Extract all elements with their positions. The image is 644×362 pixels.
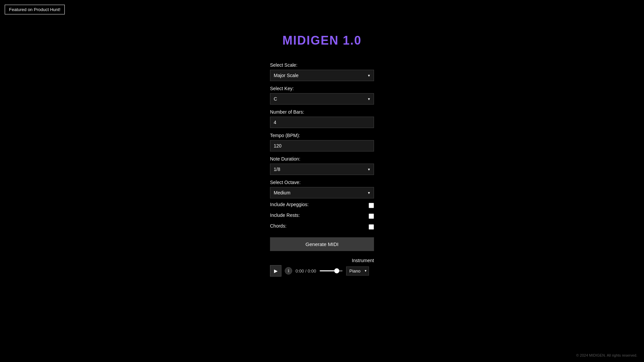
rests-row: Include Rests: <box>270 213 374 220</box>
generate-midi-button[interactable]: Generate MIDI <box>270 237 374 251</box>
time-display: 0:00 / 0:00 <box>296 268 316 274</box>
product-hunt-badge[interactable]: Featured on Product Hunt! <box>5 5 65 14</box>
rests-checkbox[interactable] <box>369 214 374 219</box>
arpeggios-label: Include Arpeggios: <box>270 202 309 207</box>
chords-row: Chords: <box>270 223 374 231</box>
duration-select[interactable]: 1/8 1/4 1/2 1/1 1/16 <box>270 164 374 175</box>
bars-label: Number of Bars: <box>270 109 374 115</box>
play-button[interactable]: ▶ <box>270 265 281 277</box>
player-controls: ▶ ℹ 0:00 / 0:00 Piano Guitar Violin <box>270 265 374 277</box>
chords-checkbox[interactable] <box>369 224 374 230</box>
scale-select[interactable]: Major Scale Minor Scale Pentatonic Scale… <box>270 70 374 81</box>
main-container: MIDIGEN 1.0 Select Scale: Major Scale Mi… <box>0 0 644 277</box>
info-symbol: ℹ <box>288 268 289 273</box>
time-current: 0:00 <box>296 268 304 274</box>
octave-select-wrapper: Low Medium High <box>270 187 374 198</box>
octave-label: Select Octave: <box>270 180 374 185</box>
instrument-label: Instrument <box>352 258 374 263</box>
form-container: Select Scale: Major Scale Minor Scale Pe… <box>270 58 374 251</box>
app-title: MIDIGEN 1.0 <box>282 34 362 48</box>
time-total: 0:00 <box>308 268 316 274</box>
instrument-select[interactable]: Piano Guitar Violin Flute Synth <box>346 266 369 276</box>
arpeggios-checkbox[interactable] <box>369 203 374 208</box>
rests-label: Include Rests: <box>270 213 300 218</box>
footer-text: © 2024 MIDIGEN. All rights reserved. <box>576 353 637 357</box>
duration-label: Note Duration: <box>270 156 374 162</box>
key-label: Select Key: <box>270 86 374 91</box>
tempo-label: Tempo (BPM): <box>270 133 374 138</box>
scale-select-wrapper: Major Scale Minor Scale Pentatonic Scale… <box>270 70 374 81</box>
tempo-input[interactable] <box>270 140 374 152</box>
scale-label: Select Scale: <box>270 62 374 68</box>
octave-select[interactable]: Low Medium High <box>270 187 374 198</box>
info-icon[interactable]: ℹ <box>285 267 292 275</box>
player-section: Instrument ▶ ℹ 0:00 / 0:00 Piano <box>270 258 374 277</box>
volume-slider[interactable] <box>319 270 343 272</box>
chords-label: Chords: <box>270 223 286 229</box>
play-icon: ▶ <box>274 268 278 274</box>
arpeggios-row: Include Arpeggios: <box>270 202 374 209</box>
duration-select-wrapper: 1/8 1/4 1/2 1/1 1/16 <box>270 164 374 175</box>
key-select-wrapper: C C# D D# E F F# G G# A A# B <box>270 93 374 105</box>
bars-input[interactable] <box>270 117 374 128</box>
instrument-select-wrapper: Piano Guitar Violin Flute Synth <box>346 266 369 276</box>
key-select[interactable]: C C# D D# E F F# G G# A A# B <box>270 93 374 105</box>
